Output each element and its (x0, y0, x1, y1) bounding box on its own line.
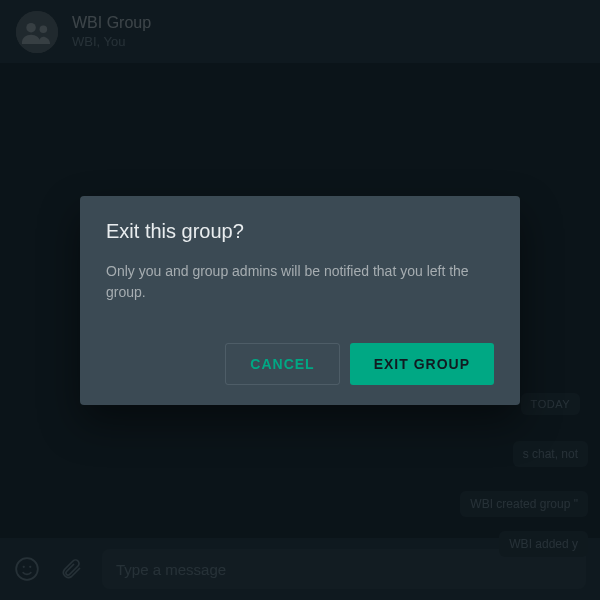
dialog-title: Exit this group? (106, 220, 494, 243)
exit-group-dialog: Exit this group? Only you and group admi… (80, 196, 520, 405)
dialog-body: Only you and group admins will be notifi… (106, 261, 494, 303)
exit-group-button[interactable]: Exit group (350, 343, 494, 385)
dialog-actions: Cancel Exit group (106, 343, 494, 385)
modal-overlay[interactable]: Exit this group? Only you and group admi… (0, 0, 600, 600)
cancel-button[interactable]: Cancel (225, 343, 339, 385)
